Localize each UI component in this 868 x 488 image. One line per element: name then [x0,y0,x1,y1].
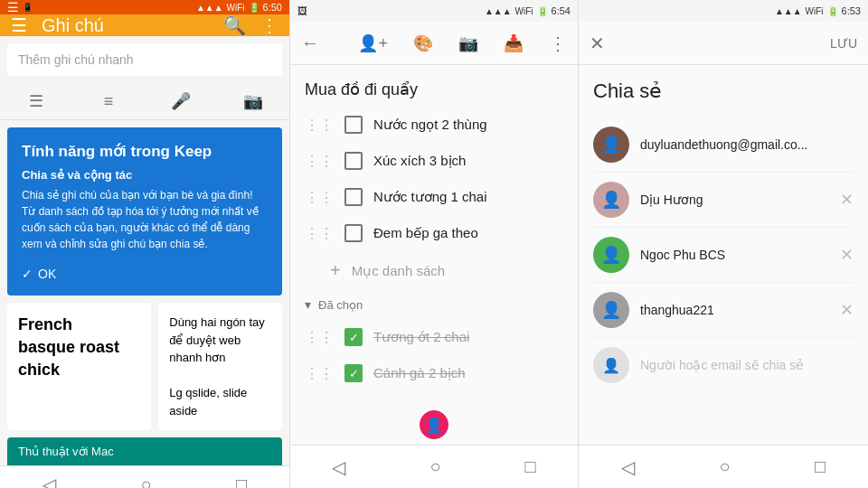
item-text-3: Nước tương 1 chai [373,189,487,205]
checkbox-item-3[interactable] [344,188,363,206]
add-item-button[interactable]: + Mục danh sách [305,251,563,290]
drag-handle: ⋮⋮ [305,189,334,206]
search-icon-1[interactable]: 🔍 [223,14,246,36]
teal-note-bar[interactable]: Thủ thuật với Mac [7,437,282,465]
signal-icon-2: ▲▲▲ [485,6,512,16]
list-item[interactable]: ⋮⋮ Đem bếp ga theo [305,215,563,251]
add-person-icon[interactable]: 👤+ [358,33,388,53]
nav-bar-2: ◁ ○ □ [290,445,578,488]
share-title: Chia sẻ [579,65,868,117]
back-button-1[interactable]: ◁ [35,466,63,488]
contact-item-3: 👤 Ngoc Phu BCS ✕ [593,228,854,283]
ok-button[interactable]: ✓ OK [22,267,268,281]
list-item[interactable]: ⋮⋮ Nước tương 1 chai [305,179,563,215]
feature-card: Tính năng mới trong Keep Chia sẻ và cộng… [7,127,282,296]
battery-icon-2: 🔋 [537,6,548,16]
contact-list: 👤 duyluandethuong@gmail.co... 👤 Dịu Hươn… [579,117,868,392]
notification-icons: 📱 [23,3,33,12]
list-item[interactable]: ⋮⋮ Xúc xích 3 bịch [305,143,563,179]
item-text-2: Xúc xích 3 bịch [373,153,466,169]
text-format-icon[interactable]: ☰ [0,83,72,119]
avatar-icon: 👤 [425,417,443,434]
checkmark-icon: ✓ [22,267,33,281]
add-contact-placeholder: Người hoặc email sẽ chia sẻ [640,358,804,372]
drag-handle: ⋮⋮ [305,117,334,134]
note-text-1: French basque roast chick [18,315,119,379]
checked-item-text-1: Tương ớt 2 chai [373,329,469,345]
hamburger-icon[interactable]: ☰ [11,14,27,36]
recent-button-2[interactable]: □ [517,449,542,484]
app-title-1: Ghi chú [42,15,209,36]
avatar-3: 👤 [593,237,629,273]
list-item-checked[interactable]: ⋮⋮ ✓ Cánh gà 2 bịch [305,355,563,391]
remove-contact-2[interactable]: ✕ [840,190,854,210]
palette-icon[interactable]: 🎨 [413,33,433,53]
back-button-2[interactable]: ◁ [325,449,353,485]
statusbar-left-1: ☰ 📱 [7,0,33,14]
checkbox-item-1[interactable] [344,116,363,134]
list-item-checked[interactable]: ⋮⋮ ✓ Bánh snack 5 bịch [305,391,563,398]
more-icon-2[interactable]: ⋮ [549,33,567,54]
panel-shopping-list: 🖼 ▲▲▲ WiFi 🔋 6:54 ← 👤+ 🎨 📷 📥 ⋮ Mua đồ đi… [289,0,579,488]
save-button[interactable]: LƯU [830,36,857,51]
notes-row: French basque roast chick Dùng hai ngón … [7,303,282,430]
checked-item-text-2: Cánh gà 2 bịch [373,365,466,381]
bottom-avatar-area: 👤 [290,398,578,445]
note-card-1[interactable]: French basque roast chick [7,303,151,430]
remove-contact-3[interactable]: ✕ [840,245,854,265]
photo-icon-sb: 🖼 [297,5,307,16]
checked-section-toggle[interactable]: ▾ Đã chọn [305,290,563,319]
wifi-icon-1: WiFi [227,3,245,13]
close-icon[interactable]: ✕ [590,33,605,54]
list-item[interactable]: ⋮⋮ Nước ngọt 2 thùng [305,107,563,143]
battery-icon-3: 🔋 [827,6,838,16]
search-bar-1[interactable]: Thêm ghi chú nhanh [7,43,282,76]
home-button-1[interactable]: ○ [133,467,158,489]
camera-icon-2[interactable]: 📷 [458,33,478,53]
search-placeholder-1: Thêm ghi chú nhanh [18,52,134,67]
more-icon-1[interactable]: ⋮ [260,14,278,36]
list-title[interactable]: Mua đồ đi quẩy [290,65,578,107]
checkbox-item-2[interactable] [344,152,363,170]
time-3: 6:53 [842,5,861,16]
feature-card-body: Chia sẻ ghi chú của bạn với bạn bè và gi… [22,187,268,252]
item-text-1: Nước ngọt 2 thùng [373,117,487,133]
back-button-3[interactable]: ◁ [614,449,642,485]
camera-icon[interactable]: 📷 [217,83,289,119]
contact-name-4: thanghua221 [640,303,829,317]
item-text-4: Đem bếp ga theo [373,225,478,241]
wifi-icon-3: WiFi [806,6,824,16]
time-2: 6:54 [552,5,571,16]
checkbox-checked-2[interactable]: ✓ [344,364,363,382]
statusbar-right-3: ▲▲▲ WiFi 🔋 6:53 [775,5,861,16]
add-person-icon-3: 👤 [593,347,629,383]
shopping-list: ⋮⋮ Nước ngọt 2 thùng ⋮⋮ Xúc xích 3 bịch … [290,107,578,398]
checkbox-item-4[interactable] [344,224,363,242]
contact-item-2: 👤 Dịu Hương ✕ [593,173,854,228]
statusbar-left-2: 🖼 [297,5,307,16]
checkbox-checked-1[interactable]: ✓ [344,328,363,346]
avatar-icon-3: 👤 [601,245,621,265]
list-icon[interactable]: ≡ [72,83,145,119]
note-card-2[interactable]: Dùng hai ngón tay để duyệt web nhanh hơn… [158,303,282,430]
list-item-checked[interactable]: ⋮⋮ ✓ Tương ớt 2 chai [305,319,563,355]
mic-icon[interactable]: 🎤 [145,83,217,119]
home-button-3[interactable]: ○ [712,449,737,484]
remove-contact-4[interactable]: ✕ [840,300,854,320]
add-contact-row[interactable]: 👤 Người hoặc email sẽ chia sẻ [593,338,854,392]
toolbar-2: ← 👤+ 🎨 📷 📥 ⋮ [290,22,578,65]
statusbar-right-1: ▲▲▲ WiFi 🔋 6:50 [196,2,282,13]
home-button-2[interactable]: ○ [422,449,448,484]
recent-button-1[interactable]: □ [229,467,254,489]
signal-icon-1: ▲▲▲ [196,3,223,13]
panel-keep-notes: ☰ 📱 ▲▲▲ WiFi 🔋 6:50 ☰ Ghi chú 🔍 ⋮ Thêm g… [0,0,289,488]
avatar-2: 👤 [593,182,629,218]
statusbar-right-2: ▲▲▲ WiFi 🔋 6:54 [485,5,571,16]
chevron-down-icon: ▾ [305,297,311,312]
add-label: Mục danh sách [352,263,445,279]
recent-button-3[interactable]: □ [807,449,833,484]
add-icon: + [330,260,341,281]
back-icon-2[interactable]: ← [301,33,319,53]
nav-bar-1: ◁ ○ □ [0,465,289,488]
archive-icon[interactable]: 📥 [504,33,524,53]
